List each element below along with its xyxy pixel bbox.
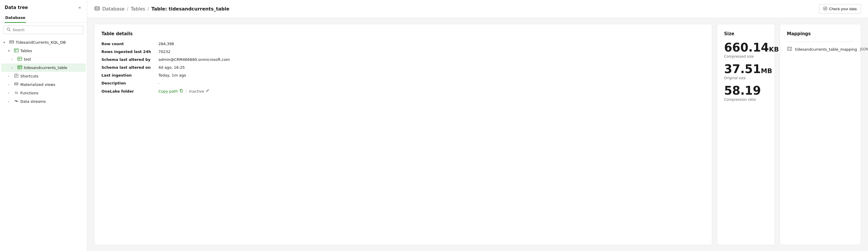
shortcuts-icon: [14, 74, 19, 79]
svg-rect-16: [15, 83, 18, 84]
test-label: test: [24, 57, 31, 61]
table-details-title: Table details: [101, 31, 705, 36]
svg-rect-11: [18, 65, 22, 69]
onelake-actions: Copy path Inactive: [158, 89, 209, 93]
sidebar-item-data-streams[interactable]: › Data streams: [1, 97, 86, 106]
chevron-test-icon: ›: [12, 58, 16, 61]
sidebar: Data tree « Database ▾ TidesandCurrents_…: [0, 0, 87, 251]
sidebar-item-tidesandcurrents-table[interactable]: › tidesandcurrents_table: [1, 63, 86, 72]
value-schema-on: 4d ago, 16:25: [158, 65, 185, 69]
main-content: Table details Row count 284,398 Rows ing…: [87, 18, 868, 251]
label-onelake: OneLake folder: [101, 89, 154, 93]
original-size-label: Original size: [724, 76, 768, 80]
check-data-button[interactable]: Check your data: [819, 4, 861, 14]
chevron-tides-icon: ›: [12, 66, 16, 69]
value-row-count: 284,398: [158, 41, 174, 46]
compressed-size-unit: KB: [769, 46, 779, 53]
copy-path-button[interactable]: Copy path: [158, 89, 183, 93]
compressed-size-label: Compressed size: [724, 54, 768, 58]
size-card-title: Size: [724, 31, 768, 36]
tab-database[interactable]: Database: [5, 14, 26, 23]
size-card: Size 660.14KB Compressed size 37.51MB Or…: [717, 24, 775, 245]
sidebar-item-materialized-views[interactable]: › Materialized views: [1, 80, 86, 89]
table-details-card: Table details Row count 284,398 Rows ing…: [94, 24, 712, 245]
tides-label: tidesandcurrents_table: [24, 65, 67, 70]
sidebar-item-test[interactable]: › test: [1, 55, 86, 63]
db-label: TidesandCurrents_KQL_DB: [16, 40, 66, 45]
sidebar-item-functions[interactable]: › fx Functions: [1, 89, 86, 97]
tables-label: Tables: [20, 49, 32, 53]
breadcrumb-db-icon: [94, 5, 100, 12]
breadcrumb-table-name: Table: tidesandcurrents_table: [151, 6, 229, 12]
detail-row-schema-on: Schema last altered on 4d ago, 16:25: [101, 65, 705, 69]
ratio-value-row: 58.19: [724, 85, 768, 96]
table-test-icon: [18, 56, 23, 62]
functions-label: Functions: [20, 91, 38, 95]
breadcrumb-database[interactable]: Database: [102, 6, 124, 12]
svg-rect-23: [181, 90, 183, 92]
ratio-value: 58.19: [724, 84, 761, 97]
label-schema-by: Schema last altered by: [101, 57, 154, 62]
functions-icon: fx: [14, 90, 19, 96]
original-size-section: 37.51MB Original size: [724, 63, 768, 80]
label-row-count: Row count: [101, 41, 154, 46]
mv-icon: [14, 82, 19, 87]
table-icon: [14, 48, 19, 54]
value-rows-ingested: 70232: [158, 50, 170, 54]
main-header: Database / Tables / Table: tidesandcurre…: [87, 0, 868, 18]
sidebar-search-area: [0, 23, 87, 37]
chevron-shortcuts-icon: ›: [8, 75, 13, 78]
breadcrumb: Database / Tables / Table: tidesandcurre…: [94, 5, 229, 12]
original-size-value: 37.51: [724, 62, 761, 76]
sidebar-header: Data tree «: [0, 0, 87, 14]
mapping-name: tidesandcurrents_table_mapping: [795, 47, 857, 52]
data-streams-label: Data streams: [20, 99, 46, 104]
detail-row-schema-by: Schema last altered by admin@CRM466880.o…: [101, 57, 705, 62]
sidebar-item-shortcuts[interactable]: › Shortcuts: [1, 72, 86, 80]
search-icon: [7, 27, 11, 32]
inactive-label: Inactive: [189, 89, 204, 93]
svg-text:fx: fx: [14, 91, 18, 95]
compressed-size-value: 660.14: [724, 41, 769, 54]
svg-rect-22: [824, 7, 827, 10]
chevron-mv-icon: ›: [8, 83, 13, 86]
svg-rect-5: [14, 49, 18, 52]
breadcrumb-sep2: /: [147, 6, 149, 12]
detail-row-rowcount: Row count 284,398: [101, 41, 705, 46]
breadcrumb-tables[interactable]: Tables: [131, 6, 145, 12]
main-area: Database / Tables / Table: tidesandcurre…: [87, 0, 868, 251]
chevron-functions-icon: ›: [8, 91, 13, 95]
svg-rect-19: [95, 7, 99, 10]
chevron-down-icon: ▾: [3, 41, 8, 44]
compressed-size-section: 660.14KB Compressed size: [724, 41, 768, 58]
label-rows-ingested: Rows ingested last 24h: [101, 50, 154, 54]
mapping-type: JSON: [860, 47, 868, 51]
table-tides-icon: [18, 65, 23, 71]
mapping-map-icon: [787, 46, 792, 52]
sidebar-title: Data tree: [5, 5, 28, 10]
pencil-icon: [206, 89, 209, 93]
detail-row-last-ingestion: Last ingestion Today, 1m ago: [101, 73, 705, 78]
ratio-section: 58.19 Compression ratio: [724, 85, 768, 102]
label-schema-on: Schema last altered on: [101, 65, 154, 69]
detail-row-onelake: OneLake folder Copy path Inactive: [101, 89, 705, 93]
sidebar-tabs: Database: [0, 14, 87, 23]
check-data-label: Check your data: [829, 7, 857, 11]
mv-label: Materialized views: [20, 82, 55, 87]
shortcuts-label: Shortcuts: [20, 74, 38, 78]
copy-icon: [179, 89, 183, 93]
sidebar-item-tables[interactable]: ▾ Tables: [1, 47, 86, 55]
value-description: -: [158, 81, 160, 85]
chevron-tables-icon: ▾: [8, 49, 13, 52]
collapse-icon[interactable]: «: [77, 4, 82, 11]
separator: [186, 89, 186, 93]
mappings-card: Mappings tidesandcurrents_table_mapping …: [780, 24, 861, 245]
inactive-button[interactable]: Inactive: [189, 89, 210, 93]
mappings-card-title: Mappings: [787, 31, 854, 36]
compressed-size-value-row: 660.14KB: [724, 41, 768, 53]
search-input[interactable]: [12, 28, 80, 32]
detail-row-ingested: Rows ingested last 24h 70232: [101, 50, 705, 54]
tree-item-db[interactable]: ▾ TidesandCurrents_KQL_DB: [1, 38, 86, 47]
svg-line-1: [9, 30, 10, 31]
original-size-value-row: 37.51MB: [724, 63, 768, 75]
